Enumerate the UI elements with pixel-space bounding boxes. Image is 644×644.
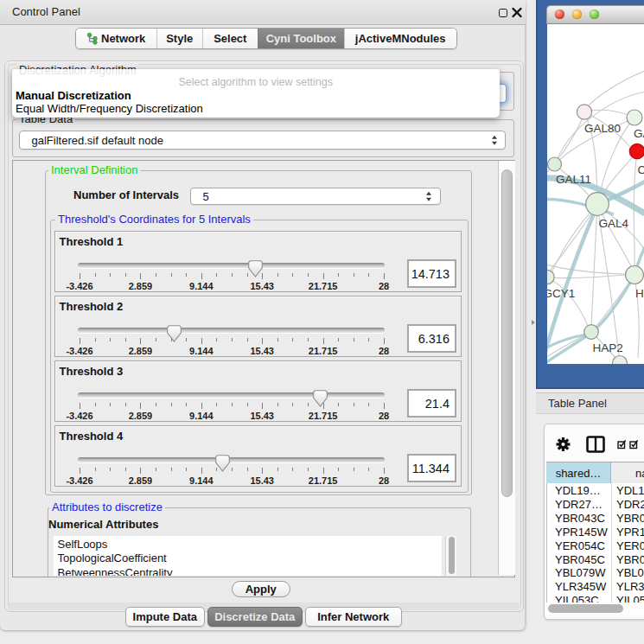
slider-tick bbox=[338, 338, 339, 342]
number-of-intervals-combobox[interactable]: 5 bbox=[190, 188, 442, 205]
gear-icon[interactable] bbox=[556, 437, 571, 452]
tab-discretize-data[interactable]: Discretize Data bbox=[207, 607, 303, 628]
slider-track[interactable] bbox=[78, 392, 386, 398]
slider-tick bbox=[186, 338, 187, 342]
network-node[interactable] bbox=[626, 266, 644, 284]
slider-tick-label: 28 bbox=[379, 411, 389, 421]
table-row[interactable]: YBR045CYBR04 bbox=[547, 553, 644, 567]
table-row[interactable]: YIL053CYIL05 bbox=[547, 594, 644, 603]
table-header-name[interactable]: na bbox=[611, 462, 644, 484]
slider-tick bbox=[125, 403, 126, 407]
table-row[interactable]: YBR043CYBR04 bbox=[547, 512, 644, 526]
cell-shared-name: YER054C bbox=[555, 539, 605, 552]
combo-stepper-icon bbox=[426, 192, 434, 201]
table-data-combobox[interactable]: galFiltered.sif default node bbox=[19, 131, 506, 150]
popup-hint: Select algorithm to view settings bbox=[12, 76, 500, 88]
zoom-traffic-light[interactable] bbox=[590, 10, 600, 20]
table-row[interactable]: YBL079WYBL07 bbox=[547, 566, 644, 580]
popup-item-manual[interactable]: Manual Discretization bbox=[16, 89, 131, 102]
slider-tick bbox=[110, 338, 111, 342]
list-item[interactable]: BetweennessCentrality bbox=[58, 566, 173, 576]
tab-style[interactable]: Style bbox=[156, 29, 202, 48]
slider-tick bbox=[201, 403, 202, 410]
settings-scrollbar-thumb[interactable] bbox=[501, 169, 513, 497]
slider-tick bbox=[368, 338, 369, 342]
network-node[interactable] bbox=[547, 270, 554, 284]
slider-tick bbox=[247, 403, 248, 407]
checkbox-icon[interactable] bbox=[629, 439, 639, 449]
tab-jactivemnodules[interactable]: jActiveMNodules bbox=[344, 29, 456, 48]
attributes-scrollbar-thumb[interactable] bbox=[449, 537, 456, 574]
network-node[interactable] bbox=[629, 143, 644, 158]
slider-tick bbox=[156, 403, 156, 407]
tab-impute-data[interactable]: Impute Data bbox=[125, 607, 206, 628]
table-row[interactable]: YDR27…YDR27 bbox=[547, 498, 644, 512]
network-node[interactable] bbox=[586, 193, 609, 216]
threshold-value-field[interactable]: 14.713 bbox=[407, 259, 456, 288]
network-node[interactable] bbox=[584, 325, 599, 340]
threshold-value-field[interactable]: 21.4 bbox=[407, 389, 456, 418]
slider-thumb[interactable] bbox=[248, 260, 263, 277]
tab-cyni-toolbox[interactable]: Cyni Toolbox bbox=[258, 29, 344, 48]
tab-network[interactable]: Network bbox=[76, 29, 156, 48]
popup-item-equal-width[interactable]: Equal Width/Frequency Discretization bbox=[16, 102, 203, 115]
cell-name: YBR04 bbox=[616, 553, 644, 566]
table-hscrollbar-thumb[interactable] bbox=[548, 604, 623, 613]
slider-tick bbox=[156, 468, 156, 472]
table-row[interactable]: YDL19…YDL19 bbox=[547, 484, 644, 498]
columns-icon[interactable] bbox=[586, 436, 605, 453]
cell-name: YLR34 bbox=[616, 580, 644, 593]
slider-tick-label: 15.43 bbox=[250, 281, 274, 291]
checkbox-icon[interactable] bbox=[617, 439, 627, 449]
table-row[interactable]: YLR345WYLR34 bbox=[547, 580, 644, 594]
attributes-list[interactable]: SelfLoopsTopologicalCoefficientBetweenne… bbox=[54, 536, 442, 577]
list-item[interactable]: TopologicalCoefficient bbox=[58, 552, 167, 564]
slider-thumb[interactable] bbox=[167, 325, 182, 342]
table-row[interactable]: YER054CYER05 bbox=[547, 539, 644, 553]
network-node-label: GAL80 bbox=[584, 122, 621, 135]
slider-tick bbox=[186, 468, 187, 472]
splitter-collapse-icon[interactable] bbox=[532, 320, 535, 325]
minimize-traffic-light[interactable] bbox=[572, 10, 583, 20]
table-header: shared… na bbox=[546, 462, 644, 483]
table-data-combobox-value: galFiltered.sif default node bbox=[32, 131, 163, 149]
close-traffic-light[interactable] bbox=[555, 10, 565, 20]
network-canvas[interactable]: GAL80GACGAL11GAL4GCY1HHAP2 bbox=[547, 24, 644, 364]
network-node[interactable] bbox=[577, 105, 591, 119]
interval-definition-group-title: Interval Definition bbox=[48, 164, 140, 176]
float-window-icon[interactable] bbox=[499, 9, 507, 17]
slider-tick bbox=[186, 273, 187, 277]
threshold-value-field[interactable]: 6.316 bbox=[407, 324, 456, 353]
slider-tick-label: -3.426 bbox=[66, 346, 92, 356]
list-item[interactable]: SelfLoops bbox=[58, 538, 108, 551]
threshold-panel-3: Threshold 3-3.4262.8599.14415.4321.71528… bbox=[54, 360, 462, 422]
slider-thumb[interactable] bbox=[313, 390, 328, 407]
apply-button[interactable]: Apply bbox=[232, 581, 290, 598]
slider-tick bbox=[80, 338, 80, 345]
tab-select[interactable]: Select bbox=[202, 29, 258, 48]
slider-tick bbox=[384, 468, 385, 475]
control-panel-tab-bar: NetworkStyleSelectCyni ToolboxjActiveMNo… bbox=[75, 28, 457, 49]
cell-shared-name: YBR043C bbox=[555, 512, 605, 525]
slider-tick bbox=[140, 273, 141, 280]
network-graph: GAL80GACGAL11GAL4GCY1HHAP2 bbox=[547, 24, 644, 364]
threshold-label: Threshold 1 bbox=[60, 235, 124, 248]
slider-thumb[interactable] bbox=[215, 455, 230, 472]
cell-name: YBL07 bbox=[616, 566, 644, 579]
slider-tick bbox=[125, 338, 126, 342]
close-icon[interactable] bbox=[512, 7, 522, 18]
slider-tick bbox=[338, 273, 339, 277]
slider-tick bbox=[201, 273, 202, 280]
table-header-shared[interactable]: shared… bbox=[546, 462, 611, 484]
slider-tick bbox=[262, 468, 263, 475]
threshold-value-field[interactable]: 11.344 bbox=[407, 454, 456, 482]
slider-tick bbox=[354, 403, 354, 407]
network-node[interactable] bbox=[548, 157, 562, 171]
table-row[interactable]: YPR145WYPR14 bbox=[547, 526, 644, 539]
tab-infer-network[interactable]: Infer Network bbox=[305, 607, 403, 628]
network-node[interactable] bbox=[627, 110, 642, 125]
cell-shared-name: YBL079W bbox=[555, 566, 606, 579]
slider-track[interactable] bbox=[78, 457, 386, 462]
slider-track[interactable] bbox=[78, 263, 386, 268]
slider-track[interactable] bbox=[78, 328, 386, 333]
